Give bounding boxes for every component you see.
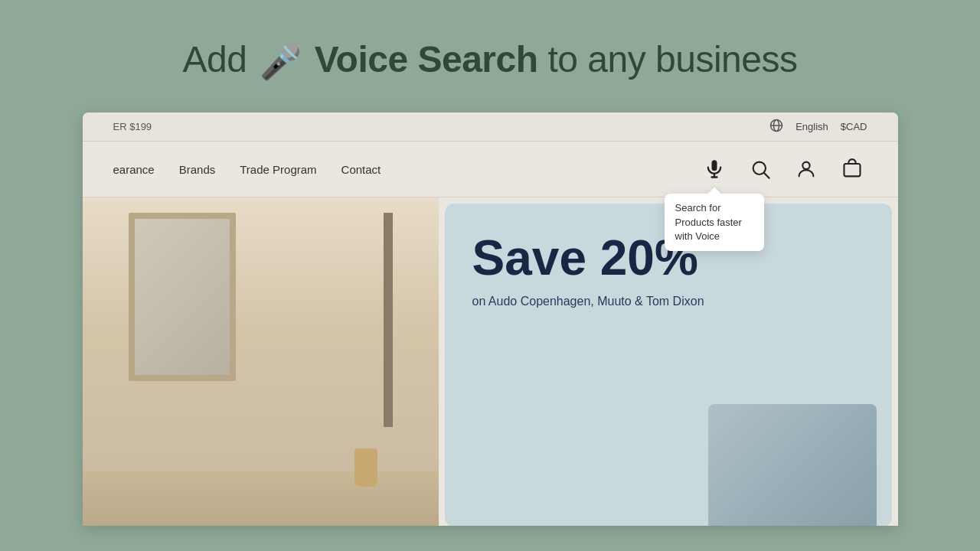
promo-product-image xyxy=(708,404,877,526)
mic-button-wrapper: Search for Products faster with Voice xyxy=(699,154,730,184)
promo-card: Save 20% on Audo Copenhagen, Muuto & Tom… xyxy=(445,204,892,526)
tooltip-text: Search for Products faster with Voice xyxy=(675,202,742,241)
language-label: English xyxy=(795,121,828,132)
svg-line-7 xyxy=(764,174,769,178)
top-bar: ER $199 English $CAD xyxy=(83,112,898,142)
user-button[interactable] xyxy=(791,154,822,184)
main-content: Save 20% on Audo Copenhagen, Muuto & Tom… xyxy=(83,197,898,526)
banner-voice-search: Voice Search xyxy=(315,39,538,80)
room-vase xyxy=(354,448,377,487)
search-button[interactable] xyxy=(745,154,776,184)
cart-icon xyxy=(841,158,863,180)
mic-icon xyxy=(704,158,725,180)
promo-text: ER $199 xyxy=(113,121,152,132)
nav-trade-program[interactable]: Trade Program xyxy=(240,163,316,176)
banner-prefix: Add xyxy=(183,39,247,80)
top-bar-right: English $CAD xyxy=(769,119,867,135)
mic-icon-banner: 🎤 xyxy=(260,42,302,82)
room-pillar xyxy=(384,213,393,427)
nav-bar: earance Brands Trade Program Contact S xyxy=(83,142,898,197)
svg-rect-9 xyxy=(844,164,860,176)
left-panel-image xyxy=(83,197,439,526)
globe-icon xyxy=(769,119,783,135)
cart-button[interactable] xyxy=(837,154,867,184)
svg-point-8 xyxy=(802,162,809,169)
nav-clearance[interactable]: earance xyxy=(113,163,155,176)
currency-label: $CAD xyxy=(841,121,867,132)
voice-search-tooltip: Search for Products faster with Voice xyxy=(665,194,764,251)
room-floor xyxy=(83,471,439,526)
nav-links: earance Brands Trade Program Contact xyxy=(113,163,381,176)
microphone-button[interactable] xyxy=(699,154,730,184)
banner-headline: Add 🎤 Voice Search to any business xyxy=(15,38,965,82)
site-mockup: ER $199 English $CAD earance Brands Trad… xyxy=(83,112,898,526)
nav-contact[interactable]: Contact xyxy=(341,163,381,176)
banner-suffix: to any business xyxy=(547,39,797,80)
room-image xyxy=(83,197,439,526)
user-icon xyxy=(795,158,817,180)
top-banner: Add 🎤 Voice Search to any business xyxy=(0,0,980,112)
promo-subtext: on Audo Copenhagen, Muuto & Tom Dixon xyxy=(472,295,864,308)
room-mirror xyxy=(129,213,236,381)
svg-rect-3 xyxy=(711,161,717,171)
nav-brands[interactable]: Brands xyxy=(179,163,216,176)
nav-icons: Search for Products faster with Voice xyxy=(699,154,867,184)
search-icon xyxy=(750,158,771,180)
